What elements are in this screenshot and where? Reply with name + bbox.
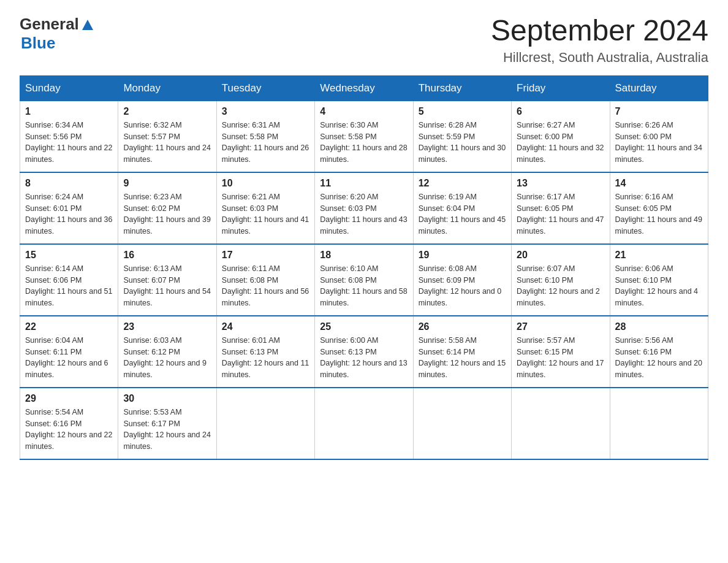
sunrise-text: Sunrise: 6:20 AM [320, 193, 378, 201]
daylight-text: Daylight: 11 hours and 26 minutes. [222, 144, 309, 164]
daylight-text: Daylight: 12 hours and 20 minutes. [615, 359, 702, 379]
sunset-text: Sunset: 6:00 PM [517, 132, 573, 141]
daylight-text: Daylight: 11 hours and 39 minutes. [123, 215, 210, 236]
sunset-text: Sunset: 6:13 PM [222, 348, 278, 356]
header-row: General Blue September 2024 Hillcrest, S… [20, 15, 708, 66]
header-tuesday: Tuesday [216, 75, 314, 101]
daylight-text: Daylight: 11 hours and 22 minutes. [25, 144, 112, 164]
sunrise-text: Sunrise: 6:23 AM [123, 193, 181, 201]
day-number: 26 [419, 321, 506, 332]
sunset-text: Sunset: 6:03 PM [320, 204, 376, 213]
day-number: 3 [222, 106, 309, 117]
sunrise-text: Sunrise: 6:30 AM [320, 121, 378, 129]
day-number: 24 [222, 321, 309, 332]
sunset-text: Sunset: 6:02 PM [123, 204, 180, 213]
daylight-text: Daylight: 11 hours and 51 minutes. [25, 287, 112, 307]
week-row-3: 15Sunrise: 6:14 AMSunset: 6:06 PMDayligh… [20, 244, 708, 316]
day-info: Sunrise: 6:30 AMSunset: 5:58 PMDaylight:… [320, 120, 408, 166]
day-number: 25 [320, 321, 408, 332]
calendar-body: 1Sunrise: 6:34 AMSunset: 5:56 PMDaylight… [20, 101, 708, 459]
day-info: Sunrise: 6:28 AMSunset: 5:59 PMDaylight:… [419, 120, 506, 166]
day-info: Sunrise: 6:06 AMSunset: 6:10 PMDaylight:… [615, 263, 703, 309]
week-row-4: 22Sunrise: 6:04 AMSunset: 6:11 PMDayligh… [20, 316, 708, 388]
sunset-text: Sunset: 6:13 PM [320, 348, 376, 356]
day-info: Sunrise: 5:57 AMSunset: 6:15 PMDaylight:… [517, 335, 604, 381]
sunset-text: Sunset: 6:12 PM [123, 348, 180, 356]
day-number: 15 [25, 250, 113, 261]
week-row-2: 8Sunrise: 6:24 AMSunset: 6:01 PMDaylight… [20, 172, 708, 244]
day-info: Sunrise: 6:01 AMSunset: 6:13 PMDaylight:… [222, 335, 309, 381]
logo-line1: General [20, 15, 94, 34]
daylight-text: Daylight: 12 hours and 22 minutes. [25, 431, 112, 451]
calendar-cell: 8Sunrise: 6:24 AMSunset: 6:01 PMDaylight… [20, 172, 118, 244]
week-row-5: 29Sunrise: 5:54 AMSunset: 6:16 PMDayligh… [20, 388, 708, 459]
day-info: Sunrise: 6:16 AMSunset: 6:05 PMDaylight:… [615, 191, 703, 237]
day-number: 7 [615, 106, 703, 117]
sunrise-text: Sunrise: 5:54 AM [25, 408, 83, 416]
weekday-header-row: Sunday Monday Tuesday Wednesday Thursday… [20, 75, 708, 101]
calendar-cell: 16Sunrise: 6:13 AMSunset: 6:07 PMDayligh… [118, 244, 216, 316]
day-info: Sunrise: 6:00 AMSunset: 6:13 PMDaylight:… [320, 335, 408, 381]
daylight-text: Daylight: 12 hours and 15 minutes. [419, 359, 506, 379]
sunset-text: Sunset: 6:08 PM [320, 276, 376, 285]
daylight-text: Daylight: 12 hours and 17 minutes. [517, 359, 604, 379]
calendar-cell: 10Sunrise: 6:21 AMSunset: 6:03 PMDayligh… [216, 172, 314, 244]
calendar-cell: 19Sunrise: 6:08 AMSunset: 6:09 PMDayligh… [413, 244, 511, 316]
header-wednesday: Wednesday [315, 75, 413, 101]
sunset-text: Sunset: 6:16 PM [25, 419, 82, 428]
header-sunday: Sunday [20, 75, 118, 101]
location-subtitle: Hillcrest, South Australia, Australia [491, 50, 708, 66]
day-number: 8 [25, 178, 113, 189]
sunset-text: Sunset: 6:16 PM [615, 348, 672, 356]
calendar-cell: 28Sunrise: 5:56 AMSunset: 6:16 PMDayligh… [610, 316, 708, 388]
sunset-text: Sunset: 6:07 PM [123, 276, 180, 285]
daylight-text: Daylight: 12 hours and 4 minutes. [615, 287, 699, 307]
sunset-text: Sunset: 5:57 PM [123, 132, 180, 141]
sunset-text: Sunset: 6:05 PM [517, 204, 573, 213]
logo-triangle-icon [81, 18, 94, 32]
day-info: Sunrise: 6:31 AMSunset: 5:58 PMDaylight:… [222, 120, 309, 166]
daylight-text: Daylight: 12 hours and 9 minutes. [123, 359, 207, 379]
daylight-text: Daylight: 11 hours and 36 minutes. [25, 215, 112, 236]
daylight-text: Daylight: 11 hours and 30 minutes. [419, 144, 506, 164]
calendar-cell: 15Sunrise: 6:14 AMSunset: 6:06 PMDayligh… [20, 244, 118, 316]
daylight-text: Daylight: 12 hours and 0 minutes. [419, 287, 502, 307]
day-info: Sunrise: 6:07 AMSunset: 6:10 PMDaylight:… [517, 263, 604, 309]
calendar-cell: 27Sunrise: 5:57 AMSunset: 6:15 PMDayligh… [512, 316, 610, 388]
day-info: Sunrise: 6:20 AMSunset: 6:03 PMDaylight:… [320, 191, 408, 237]
sunrise-text: Sunrise: 6:07 AM [517, 264, 575, 273]
calendar-cell: 5Sunrise: 6:28 AMSunset: 5:59 PMDaylight… [413, 101, 511, 172]
daylight-text: Daylight: 11 hours and 47 minutes. [517, 215, 604, 236]
calendar-cell: 17Sunrise: 6:11 AMSunset: 6:08 PMDayligh… [216, 244, 314, 316]
calendar-cell: 20Sunrise: 6:07 AMSunset: 6:10 PMDayligh… [512, 244, 610, 316]
sunset-text: Sunset: 6:10 PM [615, 276, 672, 285]
header-saturday: Saturday [610, 75, 708, 101]
day-number: 27 [517, 321, 604, 332]
sunrise-text: Sunrise: 6:24 AM [25, 193, 83, 201]
calendar-cell: 29Sunrise: 5:54 AMSunset: 6:16 PMDayligh… [20, 388, 118, 459]
calendar-cell: 12Sunrise: 6:19 AMSunset: 6:04 PMDayligh… [413, 172, 511, 244]
daylight-text: Daylight: 12 hours and 24 minutes. [123, 431, 210, 451]
daylight-text: Daylight: 11 hours and 45 minutes. [419, 215, 506, 236]
sunrise-text: Sunrise: 6:06 AM [615, 264, 673, 273]
day-number: 20 [517, 250, 604, 261]
sunset-text: Sunset: 6:03 PM [222, 204, 278, 213]
sunrise-text: Sunrise: 6:11 AM [222, 264, 280, 273]
day-info: Sunrise: 6:23 AMSunset: 6:02 PMDaylight:… [123, 191, 211, 237]
sunrise-text: Sunrise: 6:01 AM [222, 336, 280, 345]
daylight-text: Daylight: 11 hours and 54 minutes. [123, 287, 210, 307]
calendar-cell [315, 388, 413, 459]
day-info: Sunrise: 6:10 AMSunset: 6:08 PMDaylight:… [320, 263, 408, 309]
daylight-text: Daylight: 11 hours and 56 minutes. [222, 287, 309, 307]
day-info: Sunrise: 5:56 AMSunset: 6:16 PMDaylight:… [615, 335, 703, 381]
daylight-text: Daylight: 11 hours and 34 minutes. [615, 144, 702, 164]
day-info: Sunrise: 6:04 AMSunset: 6:11 PMDaylight:… [25, 335, 113, 381]
calendar-cell: 14Sunrise: 6:16 AMSunset: 6:05 PMDayligh… [610, 172, 708, 244]
sunset-text: Sunset: 6:04 PM [419, 204, 475, 213]
sunrise-text: Sunrise: 6:14 AM [25, 264, 83, 273]
sunrise-text: Sunrise: 6:32 AM [123, 121, 181, 129]
sunrise-text: Sunrise: 6:10 AM [320, 264, 378, 273]
day-number: 11 [320, 178, 408, 189]
sunrise-text: Sunrise: 5:58 AM [419, 336, 477, 345]
day-number: 13 [517, 178, 604, 189]
